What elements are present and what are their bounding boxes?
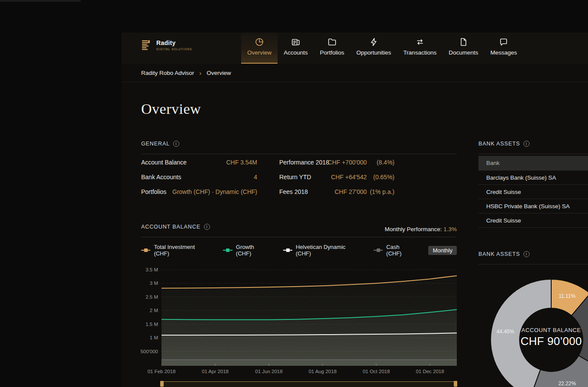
tab-overview[interactable]: Overview xyxy=(241,32,278,64)
general-section-heading: GENERAL i xyxy=(141,141,179,147)
general-value: CHF 27'000 xyxy=(297,188,367,195)
folder-icon xyxy=(328,38,336,46)
radity-logo-icon xyxy=(141,39,152,51)
bank-assets-chart-heading: BANK ASSETS i xyxy=(478,251,530,257)
screen: { "brand": { "name": "Radity", "tagline"… xyxy=(0,0,588,387)
info-icon[interactable]: i xyxy=(523,251,530,257)
general-percent: (0.65%) xyxy=(367,174,394,181)
legend-item-cash[interactable]: Cash (CHF) xyxy=(374,244,416,257)
general-label: Bank Accounts xyxy=(141,174,181,181)
tab-label: Messages xyxy=(490,49,517,56)
pie-chart-icon xyxy=(255,38,264,46)
lightning-icon xyxy=(369,38,378,46)
x-axis-tick: 01 Oct 2018 xyxy=(357,368,396,374)
info-icon[interactable]: i xyxy=(173,141,179,147)
legend-label: Total Investment (CHF) xyxy=(154,244,210,257)
legend-item-growth[interactable]: Growth (CHF) xyxy=(223,244,270,257)
tab-label: Opportunities xyxy=(356,49,391,56)
tab-label: Portfolios xyxy=(320,49,344,56)
brand-tagline: DIGITAL SOLUTIONS xyxy=(156,48,192,51)
tab-label: Accounts xyxy=(284,49,308,56)
chart-range-navigator[interactable] xyxy=(162,381,456,387)
general-value: Growth (CHF) · Dynamic (CHF) xyxy=(167,188,257,195)
x-axis-tick: 01 Apr 2018 xyxy=(196,368,235,374)
bank-row[interactable]: Credit Suisse xyxy=(478,185,588,199)
legend-item-total-investment[interactable]: Total Investment (CHF) xyxy=(141,244,210,257)
top-left-strip xyxy=(0,0,81,2)
tab-label: Overview xyxy=(247,49,271,56)
cash-icon xyxy=(291,38,300,46)
legend-item-helvetican-dynamic[interactable]: Helvetican Dynamic (CHF) xyxy=(283,244,361,257)
legend-label: Cash (CHF) xyxy=(386,244,415,257)
legend-marker xyxy=(374,250,383,251)
navigator-left-handle[interactable] xyxy=(160,381,164,387)
monthly-range-button[interactable]: Monthly xyxy=(428,246,457,255)
general-divider xyxy=(141,154,457,154)
svg-text:22.22%: 22.22% xyxy=(558,381,576,387)
bank-row[interactable]: Credit Suisse xyxy=(478,213,588,228)
y-axis-tick: 500'000 xyxy=(132,348,158,355)
account-balance-divider xyxy=(141,237,457,237)
y-axis-tick: 3 M xyxy=(132,280,158,286)
general-label: Account Balance xyxy=(141,159,187,166)
legend-marker xyxy=(283,250,292,251)
bank-column-header: Bank xyxy=(478,156,588,171)
general-value: CHF 3.54M xyxy=(184,159,257,166)
bank-row[interactable]: Barclays Bank (Suisse) SA xyxy=(478,171,588,185)
chart-legend: Total Investment (CHF) Growth (CHF) Helv… xyxy=(141,245,457,256)
breadcrumb-root[interactable]: Radity Robo Advisor xyxy=(141,70,194,76)
donut-center-label: ACCOUNT BALANCE xyxy=(508,327,588,333)
bank-row[interactable]: HSBC Private Bank (Suisse) SA xyxy=(478,199,588,213)
document-icon xyxy=(459,38,468,46)
legend-marker xyxy=(141,250,150,251)
tab-accounts[interactable]: Accounts xyxy=(278,32,314,64)
y-axis-tick: 1.5 M xyxy=(132,321,158,327)
transfer-arrows-icon xyxy=(416,38,424,46)
general-percent: (8.4%) xyxy=(367,159,394,166)
tab-label: Documents xyxy=(449,49,478,56)
bank-assets-chart-divider xyxy=(478,264,588,264)
general-percent: (1% p.a.) xyxy=(367,188,394,195)
tab-documents[interactable]: Documents xyxy=(443,32,484,64)
svg-text:11.11%: 11.11% xyxy=(559,293,575,299)
x-axis-tick: 01 Dec 2018 xyxy=(410,368,449,374)
tab-messages[interactable]: Messages xyxy=(484,32,523,64)
bank-assets-heading-label: BANK ASSETS xyxy=(478,141,520,147)
info-icon[interactable]: i xyxy=(523,141,530,147)
tab-transactions[interactable]: Transactions xyxy=(397,32,443,64)
legend-marker xyxy=(223,250,232,251)
brand-name: Radity xyxy=(156,39,192,46)
general-value: CHF +700'000 xyxy=(297,159,367,166)
y-axis-tick: 1 M xyxy=(132,335,158,341)
donut-center-value: CHF 90’000 xyxy=(508,335,588,348)
general-value: 4 xyxy=(184,174,257,181)
monthly-performance: Monthly Performance: 1.3% xyxy=(141,226,457,232)
bank-assets-section-heading: BANK ASSETS i xyxy=(478,141,530,147)
x-axis-tick: 01 Jun 2018 xyxy=(249,368,288,374)
x-axis-tick: 01 Aug 2018 xyxy=(303,368,342,374)
tab-opportunities[interactable]: Opportunities xyxy=(350,32,397,64)
monthly-performance-value: 1.3% xyxy=(443,226,457,232)
account-balance-line-chart[interactable] xyxy=(162,266,457,366)
bank-assets-divider xyxy=(478,154,588,154)
navigator-right-handle[interactable] xyxy=(454,381,457,387)
app-window: Radity DIGITAL SOLUTIONS Overview Accoun… xyxy=(122,32,588,387)
chevron-right-icon: › xyxy=(199,70,201,76)
general-value: CHF +64'542 xyxy=(297,174,367,181)
legend-label: Growth (CHF) xyxy=(236,244,270,257)
nav-tabs: Overview Accounts Portfolios Opportuniti… xyxy=(241,32,523,64)
general-heading-label: GENERAL xyxy=(141,141,170,147)
page-title: Overview xyxy=(141,101,201,117)
tab-portfolios[interactable]: Portfolios xyxy=(314,32,350,64)
top-nav: Radity DIGITAL SOLUTIONS Overview Accoun… xyxy=(122,32,588,64)
x-axis-tick: 01 Feb 2018 xyxy=(142,368,181,374)
legend-label: Helvetican Dynamic (CHF) xyxy=(296,244,361,257)
brand-logo[interactable]: Radity DIGITAL SOLUTIONS xyxy=(141,39,192,51)
y-axis-tick: 3.5 M xyxy=(132,267,158,273)
breadcrumb: Radity Robo Advisor › Overview xyxy=(122,64,588,82)
general-label: Portfolios xyxy=(141,188,166,195)
monthly-performance-label: Monthly Performance: xyxy=(384,226,442,232)
y-axis-tick: 2.5 M xyxy=(132,294,158,300)
y-axis-tick: 2 M xyxy=(132,307,158,313)
bank-assets-chart-heading-label: BANK ASSETS xyxy=(478,251,520,257)
